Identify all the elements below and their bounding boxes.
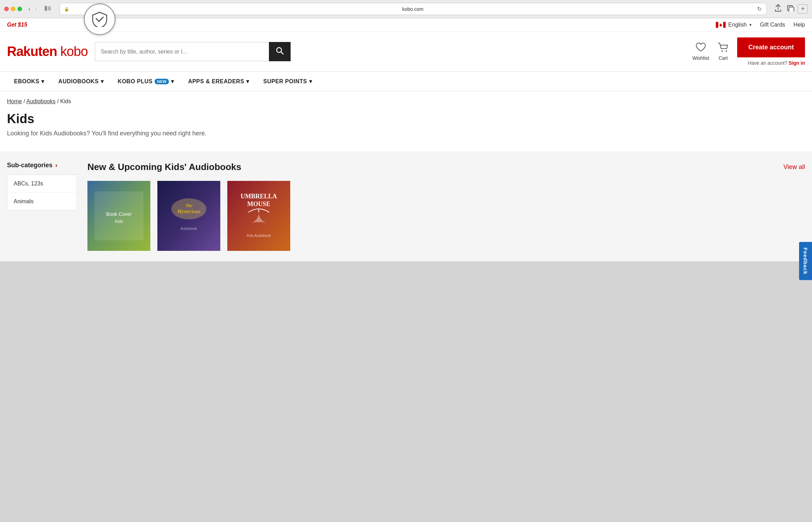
language-selector[interactable]: English ▾	[716, 22, 752, 28]
books-grid: Book Cover Kids	[87, 181, 805, 251]
back-button[interactable]: ‹	[26, 5, 32, 14]
book-card-2[interactable]: The Mysterious Audiobook	[157, 181, 220, 251]
minimize-window-button[interactable]	[11, 7, 15, 11]
offer-text[interactable]: Get $15	[7, 22, 27, 28]
svg-point-13	[726, 50, 727, 52]
nav-item-kobo-plus[interactable]: KOBO PLUS NEW ▾	[111, 72, 181, 91]
address-bar[interactable]: 🔒 kobo.com ↻	[59, 3, 767, 15]
cart-icon	[718, 42, 729, 55]
sub-content-area: Sub-categories › ABCs, 123s Animals New …	[0, 151, 812, 261]
nav-chevron-audiobooks: ▾	[101, 78, 104, 85]
nav-label-audiobooks: AUDIOBOOKS	[58, 78, 99, 85]
svg-rect-0	[45, 6, 47, 11]
website-content: Get $15 English ▾ Gift Cards Hel	[0, 18, 812, 261]
language-chevron-icon: ▾	[749, 22, 752, 27]
heart-icon	[696, 42, 706, 55]
sidebar-toggle-button[interactable]	[42, 5, 54, 14]
svg-point-12	[721, 50, 723, 52]
language-text: English	[728, 22, 747, 28]
breadcrumb-kids: Kids	[60, 98, 71, 104]
svg-text:UMBRELLA: UMBRELLA	[241, 193, 277, 200]
search-container	[95, 42, 291, 61]
sign-in-link[interactable]: Sign in	[789, 60, 805, 66]
book-cover-3: UMBRELLA MOUSE Kids Audiobook	[227, 181, 290, 251]
breadcrumb-sep-1: /	[23, 98, 26, 104]
svg-text:Kids Audiobook: Kids Audiobook	[247, 234, 271, 238]
share-button[interactable]	[772, 3, 784, 15]
url-text: kobo.com	[71, 6, 755, 12]
subcategories-chevron-icon: ›	[55, 162, 57, 169]
nav-label-super-points: SUPER POINTS	[263, 78, 307, 85]
forward-button[interactable]: ›	[33, 5, 39, 14]
close-window-button[interactable]	[4, 7, 9, 11]
canadian-flag-icon	[716, 22, 726, 28]
nav-item-super-points[interactable]: SUPER POINTS ▾	[256, 72, 319, 91]
feedback-tab[interactable]: Feedback	[799, 242, 812, 261]
sidebar: Sub-categories › ABCs, 123s Animals	[7, 162, 77, 251]
search-button[interactable]	[269, 42, 291, 61]
svg-text:MOUSE: MOUSE	[247, 200, 270, 207]
search-input[interactable]	[95, 42, 269, 61]
logo-text: Rakuten kobo	[7, 44, 88, 59]
nav-chevron-kobo-plus: ▾	[171, 78, 174, 85]
subcategory-list: ABCs, 123s Animals	[7, 175, 77, 211]
account-area: Create account Have an account? Sign in	[737, 37, 805, 66]
header-actions: Wishlist Cart Create account	[692, 37, 805, 66]
lock-icon: 🔒	[64, 7, 69, 12]
browser-nav-buttons: ‹ ›	[26, 5, 39, 14]
site-logo[interactable]: Rakuten kobo	[7, 44, 88, 59]
svg-line-11	[281, 52, 283, 55]
top-bar: Get $15 English ▾ Gift Cards Hel	[0, 18, 812, 32]
new-tab-button[interactable]	[785, 3, 796, 15]
books-section: New & Upcoming Kids' Audiobooks View all	[87, 162, 805, 251]
view-all-link[interactable]: View all	[783, 163, 805, 171]
breadcrumb-home[interactable]: Home	[7, 98, 22, 104]
subcategory-item-abcs[interactable]: ABCs, 123s	[7, 175, 77, 193]
page-subtitle: Looking for Kids Audiobooks? You'll find…	[7, 130, 805, 137]
svg-rect-7	[716, 22, 718, 28]
svg-text:Book Cover: Book Cover	[106, 211, 131, 217]
gift-cards-link[interactable]: Gift Cards	[760, 22, 785, 28]
section-title: New & Upcoming Kids' Audiobooks	[87, 162, 241, 172]
nav-chevron-super-points: ▾	[309, 78, 312, 85]
breadcrumb-audiobooks[interactable]: Audiobooks	[26, 98, 56, 104]
svg-rect-2	[48, 8, 51, 9]
nav-label-kobo-plus: KOBO PLUS	[118, 78, 153, 85]
pocket-extension-icon[interactable]	[84, 3, 115, 35]
cart-button[interactable]: Cart	[718, 42, 729, 61]
svg-text:Kids: Kids	[115, 219, 123, 224]
nav-chevron-apps: ▾	[246, 78, 249, 85]
have-account-text: Have an account? Sign in	[748, 60, 805, 66]
book-card-1[interactable]: Book Cover Kids	[87, 181, 150, 251]
svg-rect-8	[723, 22, 726, 28]
browser-toolbar: ‹ › 🔒 kobo.com ↻	[0, 0, 812, 18]
book-card-3[interactable]: UMBRELLA MOUSE Kids Audiobook	[227, 181, 290, 251]
nav-chevron-ebooks: ▾	[41, 78, 44, 85]
create-account-button[interactable]: Create account	[737, 37, 805, 57]
reload-button[interactable]: ↻	[756, 5, 762, 13]
subcategories-title[interactable]: Sub-categories ›	[7, 162, 77, 169]
book-cover-2: The Mysterious Audiobook	[157, 181, 220, 251]
wishlist-label: Wishlist	[692, 55, 709, 61]
browser-actions: +	[772, 3, 808, 15]
subcategories-label: Sub-categories	[7, 162, 52, 169]
svg-text:The: The	[185, 203, 192, 208]
fullscreen-window-button[interactable]	[17, 7, 22, 11]
traffic-lights	[4, 7, 22, 11]
svg-text:Audiobook: Audiobook	[180, 227, 197, 231]
svg-rect-1	[48, 7, 51, 7]
svg-rect-3	[48, 9, 51, 10]
nav-list: eBOOKS ▾ AUDIOBOOKS ▾ KOBO PLUS NEW ▾ AP…	[7, 72, 805, 91]
content-area: Home / Audiobooks / Kids Kids Looking fo…	[0, 91, 812, 151]
section-header: New & Upcoming Kids' Audiobooks View all	[87, 162, 805, 172]
book-cover-1: Book Cover Kids	[87, 181, 150, 251]
nav-item-ebooks[interactable]: eBOOKS ▾	[7, 72, 51, 91]
wishlist-button[interactable]: Wishlist	[692, 42, 709, 61]
svg-text:Mysterious: Mysterious	[177, 209, 201, 214]
nav-item-audiobooks[interactable]: AUDIOBOOKS ▾	[51, 72, 111, 91]
help-link[interactable]: Help	[793, 22, 805, 28]
nav-item-apps-ereaders[interactable]: APPS & eREADERS ▾	[181, 72, 256, 91]
cart-label: Cart	[719, 55, 728, 61]
subcategory-item-animals[interactable]: Animals	[7, 193, 77, 210]
add-tab-button[interactable]: +	[798, 4, 808, 14]
